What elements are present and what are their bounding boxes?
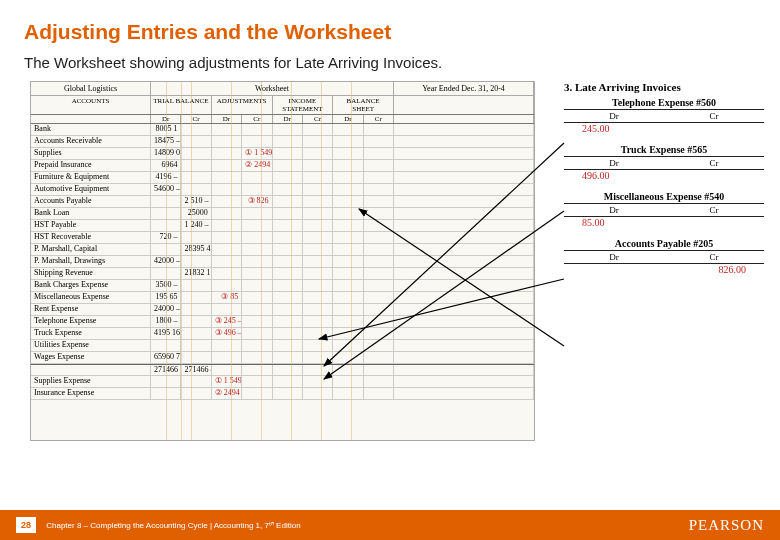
ws-row: Wages Expense65960 70: [31, 352, 534, 364]
entry-dr-label: Dr: [564, 204, 664, 217]
ws-company: Global Logistics: [31, 82, 151, 95]
entry-block: Telephone Expense #560DrCr245.00: [564, 97, 764, 134]
entry-dr-label: Dr: [564, 157, 664, 170]
entry-dr-label: Dr: [564, 110, 664, 123]
entries-list: Telephone Expense #560DrCr245.00Truck Ex…: [564, 97, 764, 275]
ws-adjust-head: ADJUSTMENTS: [212, 96, 273, 114]
ws-dr: Dr: [333, 115, 363, 123]
entry-account: Truck Expense #565: [564, 144, 764, 157]
ws-row: HST Recoverable720 –: [31, 232, 534, 244]
ws-cr: Cr: [303, 115, 333, 123]
ws-row: 271466 42271466 42: [31, 364, 534, 376]
ws-row: Accounts Receivable18475 –: [31, 136, 534, 148]
ws-dr: Dr: [151, 115, 181, 123]
entry-cr-label: Cr: [664, 157, 764, 170]
entry-account: Telephone Expense #560: [564, 97, 764, 110]
ws-row: Shipping Revenue21832 1: [31, 268, 534, 280]
ws-row: P. Marshall, Capital28395 42: [31, 244, 534, 256]
ws-row: Accounts Payable2 510 –③ 826: [31, 196, 534, 208]
entry-dr-value: 496.00: [564, 170, 664, 181]
ws-row: HST Payable1 240 –: [31, 220, 534, 232]
ws-balance-head: BALANCE SHEET: [333, 96, 394, 114]
entry-dr-label: Dr: [564, 251, 664, 264]
entry-block: Truck Expense #565DrCr496.00: [564, 144, 764, 181]
entry-cr-value: [664, 123, 764, 134]
slide-subtitle: The Worksheet showing adjustments for La…: [0, 54, 780, 81]
ws-row: Rent Expense24000 –: [31, 304, 534, 316]
ws-row: Truck Expense4195 16③ 496 –: [31, 328, 534, 340]
ws-cr: Cr: [181, 115, 211, 123]
ws-row: Miscellaneous Expense195 65③ 85: [31, 292, 534, 304]
slide: Adjusting Entries and the Worksheet The …: [0, 0, 780, 540]
ws-dr: Dr: [273, 115, 303, 123]
ws-cr: Cr: [242, 115, 272, 123]
entry-account: Miscellaneous Expense #540: [564, 191, 764, 204]
ws-period: Year Ended Dec. 31, 20-4: [394, 82, 534, 95]
ws-accounts-head: ACCOUNTS: [31, 96, 151, 114]
ws-trial-head: TRIAL BALANCE: [151, 96, 212, 114]
ws-row: Prepaid Insurance6964② 2494: [31, 160, 534, 172]
ws-row: Bank Charges Expense3500 –: [31, 280, 534, 292]
ws-row: Furniture & Equipment4196 –: [31, 172, 534, 184]
pearson-logo: PEARSON: [689, 517, 764, 534]
page-number: 28: [16, 517, 36, 533]
ws-row: P. Marshall, Drawings42000 –: [31, 256, 534, 268]
journal-entries: 3. Late Arriving Invoices Telephone Expe…: [564, 81, 764, 285]
entry-cr-label: Cr: [664, 110, 764, 123]
entry-account: Accounts Payable #205: [564, 238, 764, 251]
entry-cr-label: Cr: [664, 251, 764, 264]
entry-dr-value: 85.00: [564, 217, 664, 228]
ws-label: Worksheet: [151, 82, 394, 95]
slide-title: Adjusting Entries and the Worksheet: [0, 0, 780, 54]
entry-dr-value: 245.00: [564, 123, 664, 134]
entry-block: Miscellaneous Expense #540DrCr85.00: [564, 191, 764, 228]
ws-cr: Cr: [364, 115, 394, 123]
ws-row: Insurance Expense② 2494: [31, 388, 534, 400]
content-area: Global Logistics Worksheet Year Ended De…: [24, 81, 764, 451]
entry-cr-label: Cr: [664, 204, 764, 217]
worksheet-image: Global Logistics Worksheet Year Ended De…: [30, 81, 535, 441]
ws-row: Supplies Expense① 1 5490: [31, 376, 534, 388]
ws-row: Bank Loan25000: [31, 208, 534, 220]
ws-dr: Dr: [212, 115, 242, 123]
entry-cr-value: [664, 170, 764, 181]
entry-cr-value: 826.00: [664, 264, 764, 275]
footer-bar: 28 Chapter 8 – Completing the Accounting…: [0, 510, 780, 540]
ws-income-head: INCOME STATEMENT: [273, 96, 334, 114]
ws-rows: Bank8005 1Accounts Receivable18475 –Supp…: [31, 124, 534, 400]
ws-row: Bank8005 1: [31, 124, 534, 136]
entry-block: Accounts Payable #205DrCr826.00: [564, 238, 764, 275]
ws-row: Telephone Expense1800 –③ 245 –: [31, 316, 534, 328]
ws-row: Automotive Equipment54600 –: [31, 184, 534, 196]
footer-text: Chapter 8 – Completing the Accounting Cy…: [46, 521, 300, 530]
entries-title: 3. Late Arriving Invoices: [564, 81, 764, 93]
entry-dr-value: [564, 264, 664, 275]
ws-row: Utilities Expense: [31, 340, 534, 352]
ws-row: Supplies14809 0① 1 5490: [31, 148, 534, 160]
entry-cr-value: [664, 217, 764, 228]
footer-left: 28 Chapter 8 – Completing the Accounting…: [16, 517, 301, 533]
